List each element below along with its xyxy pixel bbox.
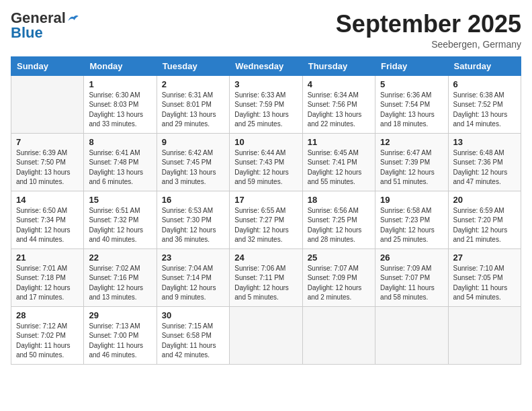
day-number: 6 — [453, 79, 516, 89]
day-number: 10 — [234, 137, 297, 147]
title-block: September 2025 Seebergen, Germany — [336, 11, 521, 50]
day-info: Sunrise: 6:30 AM Sunset: 8:03 PM Dayligh… — [89, 91, 151, 130]
calendar-table: SundayMondayTuesdayWednesdayThursdayFrid… — [11, 56, 521, 365]
day-number: 2 — [162, 79, 224, 89]
day-number: 7 — [16, 137, 79, 147]
calendar-cell: 2Sunrise: 6:31 AM Sunset: 8:01 PM Daylig… — [157, 75, 229, 133]
calendar-cell — [375, 306, 448, 364]
day-number: 20 — [453, 195, 516, 205]
calendar-cell: 13Sunrise: 6:48 AM Sunset: 7:36 PM Dayli… — [448, 133, 521, 191]
calendar-cell: 24Sunrise: 7:06 AM Sunset: 7:11 PM Dayli… — [230, 248, 302, 306]
day-number: 3 — [234, 79, 297, 89]
calendar-cell: 5Sunrise: 6:36 AM Sunset: 7:54 PM Daylig… — [375, 75, 448, 133]
day-info: Sunrise: 6:42 AM Sunset: 7:45 PM Dayligh… — [162, 148, 224, 187]
day-info: Sunrise: 7:01 AM Sunset: 7:18 PM Dayligh… — [16, 264, 79, 303]
calendar-cell — [11, 75, 84, 133]
calendar-cell: 4Sunrise: 6:34 AM Sunset: 7:56 PM Daylig… — [302, 75, 375, 133]
day-info: Sunrise: 6:45 AM Sunset: 7:41 PM Dayligh… — [308, 148, 370, 187]
day-info: Sunrise: 6:41 AM Sunset: 7:48 PM Dayligh… — [89, 148, 151, 187]
day-number: 12 — [380, 137, 443, 147]
calendar-cell: 30Sunrise: 7:15 AM Sunset: 6:58 PM Dayli… — [157, 306, 229, 364]
weekday-header-tuesday: Tuesday — [157, 56, 229, 75]
calendar-cell: 17Sunrise: 6:55 AM Sunset: 7:27 PM Dayli… — [230, 191, 302, 248]
week-row-5: 28Sunrise: 7:12 AM Sunset: 7:02 PM Dayli… — [11, 306, 521, 364]
calendar-cell — [230, 306, 302, 364]
weekday-header-row: SundayMondayTuesdayWednesdayThursdayFrid… — [11, 56, 521, 75]
day-number: 1 — [89, 79, 151, 89]
calendar-cell: 12Sunrise: 6:47 AM Sunset: 7:39 PM Dayli… — [375, 133, 448, 191]
day-number: 8 — [89, 137, 151, 147]
day-info: Sunrise: 6:55 AM Sunset: 7:27 PM Dayligh… — [234, 206, 297, 245]
calendar-cell: 10Sunrise: 6:44 AM Sunset: 7:43 PM Dayli… — [230, 133, 302, 191]
day-info: Sunrise: 6:38 AM Sunset: 7:52 PM Dayligh… — [453, 91, 516, 130]
day-info: Sunrise: 7:06 AM Sunset: 7:11 PM Dayligh… — [234, 264, 297, 303]
day-number: 28 — [16, 310, 79, 320]
weekday-header-sunday: Sunday — [11, 56, 84, 75]
calendar-cell: 28Sunrise: 7:12 AM Sunset: 7:02 PM Dayli… — [11, 306, 84, 364]
day-number: 23 — [162, 253, 224, 263]
calendar-cell: 16Sunrise: 6:53 AM Sunset: 7:30 PM Dayli… — [157, 191, 229, 248]
calendar-cell: 3Sunrise: 6:33 AM Sunset: 7:59 PM Daylig… — [230, 75, 302, 133]
calendar-cell — [302, 306, 375, 364]
calendar-cell: 18Sunrise: 6:56 AM Sunset: 7:25 PM Dayli… — [302, 191, 375, 248]
day-info: Sunrise: 6:50 AM Sunset: 7:34 PM Dayligh… — [16, 206, 79, 245]
calendar-cell: 23Sunrise: 7:04 AM Sunset: 7:14 PM Dayli… — [157, 248, 229, 306]
calendar-cell: 22Sunrise: 7:02 AM Sunset: 7:16 PM Dayli… — [84, 248, 157, 306]
week-row-2: 7Sunrise: 6:39 AM Sunset: 7:50 PM Daylig… — [11, 133, 521, 191]
calendar-cell: 7Sunrise: 6:39 AM Sunset: 7:50 PM Daylig… — [11, 133, 84, 191]
day-info: Sunrise: 6:53 AM Sunset: 7:30 PM Dayligh… — [162, 206, 224, 245]
day-info: Sunrise: 7:12 AM Sunset: 7:02 PM Dayligh… — [16, 322, 79, 361]
day-info: Sunrise: 6:48 AM Sunset: 7:36 PM Dayligh… — [453, 148, 516, 187]
day-info: Sunrise: 7:04 AM Sunset: 7:14 PM Dayligh… — [162, 264, 224, 303]
day-number: 14 — [16, 195, 79, 205]
calendar-cell: 15Sunrise: 6:51 AM Sunset: 7:32 PM Dayli… — [84, 191, 157, 248]
day-number: 11 — [308, 137, 370, 147]
day-number: 22 — [89, 253, 151, 263]
calendar-cell: 6Sunrise: 6:38 AM Sunset: 7:52 PM Daylig… — [448, 75, 521, 133]
logo-general-text: General — [11, 11, 66, 26]
day-number: 26 — [380, 253, 443, 263]
calendar-cell: 19Sunrise: 6:58 AM Sunset: 7:23 PM Dayli… — [375, 191, 448, 248]
day-number: 18 — [308, 195, 370, 205]
weekday-header-monday: Monday — [84, 56, 157, 75]
weekday-header-wednesday: Wednesday — [230, 56, 302, 75]
weekday-header-thursday: Thursday — [302, 56, 375, 75]
day-number: 19 — [380, 195, 443, 205]
calendar-cell: 25Sunrise: 7:07 AM Sunset: 7:09 PM Dayli… — [302, 248, 375, 306]
day-number: 9 — [162, 137, 224, 147]
day-number: 25 — [308, 253, 370, 263]
week-row-4: 21Sunrise: 7:01 AM Sunset: 7:18 PM Dayli… — [11, 248, 521, 306]
day-number: 30 — [162, 310, 224, 320]
day-info: Sunrise: 6:33 AM Sunset: 7:59 PM Dayligh… — [234, 91, 297, 130]
week-row-3: 14Sunrise: 6:50 AM Sunset: 7:34 PM Dayli… — [11, 191, 521, 248]
day-info: Sunrise: 6:39 AM Sunset: 7:50 PM Dayligh… — [16, 148, 79, 187]
day-info: Sunrise: 6:44 AM Sunset: 7:43 PM Dayligh… — [234, 148, 297, 187]
calendar-cell: 8Sunrise: 6:41 AM Sunset: 7:48 PM Daylig… — [84, 133, 157, 191]
day-info: Sunrise: 7:15 AM Sunset: 6:58 PM Dayligh… — [162, 322, 224, 361]
day-info: Sunrise: 6:36 AM Sunset: 7:54 PM Dayligh… — [380, 91, 443, 130]
logo: General Blue — [11, 11, 79, 40]
calendar-cell: 26Sunrise: 7:09 AM Sunset: 7:07 PM Dayli… — [375, 248, 448, 306]
day-number: 24 — [234, 253, 297, 263]
day-number: 13 — [453, 137, 516, 147]
calendar-cell: 9Sunrise: 6:42 AM Sunset: 7:45 PM Daylig… — [157, 133, 229, 191]
calendar-cell: 1Sunrise: 6:30 AM Sunset: 8:03 PM Daylig… — [84, 75, 157, 133]
day-number: 29 — [89, 310, 151, 320]
day-info: Sunrise: 6:51 AM Sunset: 7:32 PM Dayligh… — [89, 206, 151, 245]
day-number: 5 — [380, 79, 443, 89]
day-number: 27 — [453, 253, 516, 263]
weekday-header-friday: Friday — [375, 56, 448, 75]
weekday-header-saturday: Saturday — [448, 56, 521, 75]
day-number: 15 — [89, 195, 151, 205]
calendar-cell: 20Sunrise: 6:59 AM Sunset: 7:20 PM Dayli… — [448, 191, 521, 248]
day-info: Sunrise: 6:34 AM Sunset: 7:56 PM Dayligh… — [308, 91, 370, 130]
page-header: General Blue September 2025 Seebergen, G… — [11, 11, 521, 50]
day-info: Sunrise: 7:10 AM Sunset: 7:05 PM Dayligh… — [453, 264, 516, 303]
day-number: 17 — [234, 195, 297, 205]
calendar-cell: 11Sunrise: 6:45 AM Sunset: 7:41 PM Dayli… — [302, 133, 375, 191]
day-info: Sunrise: 6:59 AM Sunset: 7:20 PM Dayligh… — [453, 206, 516, 245]
logo-bird-icon — [67, 13, 79, 23]
day-info: Sunrise: 7:07 AM Sunset: 7:09 PM Dayligh… — [308, 264, 370, 303]
day-info: Sunrise: 6:58 AM Sunset: 7:23 PM Dayligh… — [380, 206, 443, 245]
day-info: Sunrise: 7:09 AM Sunset: 7:07 PM Dayligh… — [380, 264, 443, 303]
